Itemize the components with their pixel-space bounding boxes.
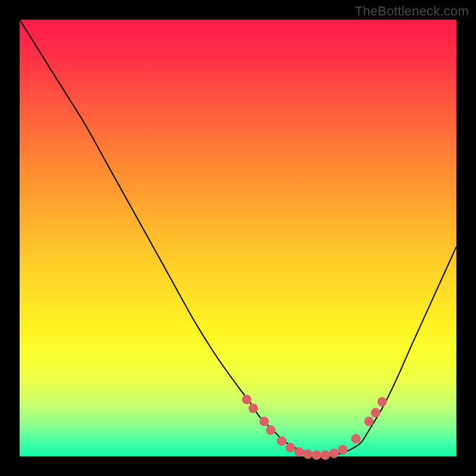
chart-frame: TheBottleneck.com (0, 0, 476, 476)
marker-dot (338, 445, 347, 455)
marker-dot (295, 447, 304, 457)
marker-dot (321, 450, 330, 460)
marker-dot (371, 408, 380, 418)
marker-dot (364, 416, 374, 426)
bottleneck-curve (20, 20, 456, 456)
marker-dot (351, 434, 361, 444)
marker-dot (259, 416, 269, 426)
watermark-text: TheBottleneck.com (355, 4, 469, 19)
marker-dot (312, 450, 321, 460)
marker-dot (249, 403, 258, 413)
chart-svg (20, 20, 456, 456)
marker-dot (303, 449, 312, 459)
curve-markers (242, 395, 387, 460)
marker-dot (286, 443, 295, 452)
marker-dot (330, 449, 339, 458)
marker-dot (277, 436, 286, 446)
marker-dot (242, 395, 252, 405)
marker-dot (266, 425, 275, 435)
marker-dot (377, 397, 387, 406)
